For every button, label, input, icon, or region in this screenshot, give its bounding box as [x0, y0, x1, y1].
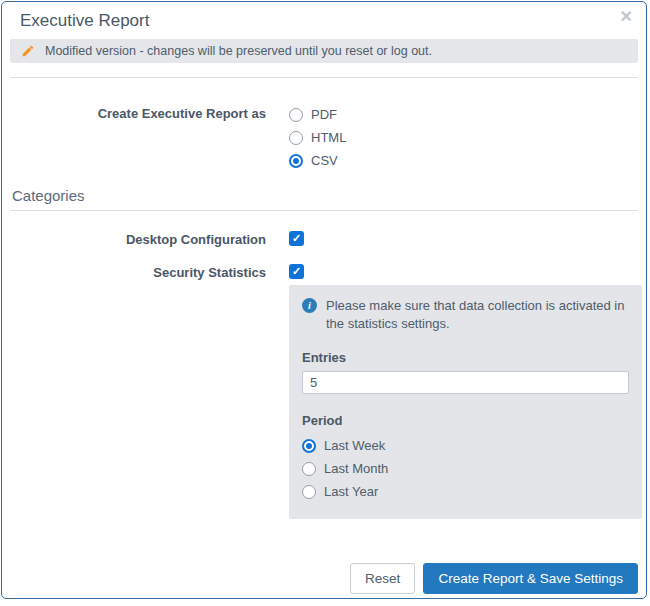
pencil-icon	[21, 44, 35, 58]
radio-option-last-week[interactable]: Last Week	[302, 434, 629, 457]
desktop-configuration-checkbox[interactable]: ✓	[289, 231, 304, 246]
modified-version-notice: Modified version - changes will be prese…	[10, 39, 638, 63]
radio-label-pdf: PDF	[311, 107, 337, 122]
radio-option-last-year[interactable]: Last Year	[302, 480, 629, 503]
radio-icon-html[interactable]	[289, 131, 303, 145]
categories-heading: Categories	[12, 187, 85, 204]
radio-option-pdf[interactable]: PDF	[289, 103, 346, 126]
radio-icon-csv-selected[interactable]	[289, 154, 303, 168]
desktop-configuration-label: Desktop Configuration	[2, 232, 266, 247]
info-row: i Please make sure that data collection …	[302, 297, 629, 333]
info-text: Please make sure that data collection is…	[326, 297, 629, 333]
reset-button[interactable]: Reset	[350, 563, 415, 594]
radio-label-csv: CSV	[311, 153, 338, 168]
format-radio-group: PDF HTML CSV	[289, 103, 346, 172]
checkmark-icon: ✓	[292, 233, 301, 244]
radio-icon-last-year[interactable]	[302, 485, 316, 499]
radio-option-last-month[interactable]: Last Month	[302, 457, 629, 480]
radio-icon-last-month[interactable]	[302, 462, 316, 476]
radio-icon-last-week-selected[interactable]	[302, 439, 316, 453]
divider-categories	[10, 210, 638, 211]
divider-header	[10, 77, 638, 78]
executive-report-dialog: Executive Report ✕ Modified version - ch…	[1, 1, 647, 599]
format-label: Create Executive Report as	[2, 106, 266, 121]
period-radio-group: Last Week Last Month Last Year	[302, 434, 629, 503]
radio-option-html[interactable]: HTML	[289, 126, 346, 149]
checkmark-icon: ✓	[292, 266, 301, 277]
info-icon: i	[302, 298, 317, 313]
create-report-save-settings-button[interactable]: Create Report & Save Settings	[423, 563, 638, 594]
statistics-settings-panel: i Please make sure that data collection …	[289, 285, 642, 519]
radio-option-csv[interactable]: CSV	[289, 149, 346, 172]
radio-label-last-year: Last Year	[324, 484, 378, 499]
radio-label-last-month: Last Month	[324, 461, 388, 476]
radio-label-last-week: Last Week	[324, 438, 385, 453]
dialog-title: Executive Report	[20, 11, 149, 31]
dialog-footer: Reset Create Report & Save Settings	[350, 563, 638, 594]
entries-input[interactable]	[302, 371, 629, 394]
notice-text: Modified version - changes will be prese…	[45, 44, 432, 58]
radio-icon-pdf[interactable]	[289, 108, 303, 122]
security-statistics-checkbox[interactable]: ✓	[289, 264, 304, 279]
entries-label: Entries	[302, 350, 629, 365]
security-statistics-label: Security Statistics	[2, 265, 266, 280]
period-label: Period	[302, 413, 629, 428]
close-icon[interactable]: ✕	[620, 9, 633, 25]
radio-label-html: HTML	[311, 130, 346, 145]
